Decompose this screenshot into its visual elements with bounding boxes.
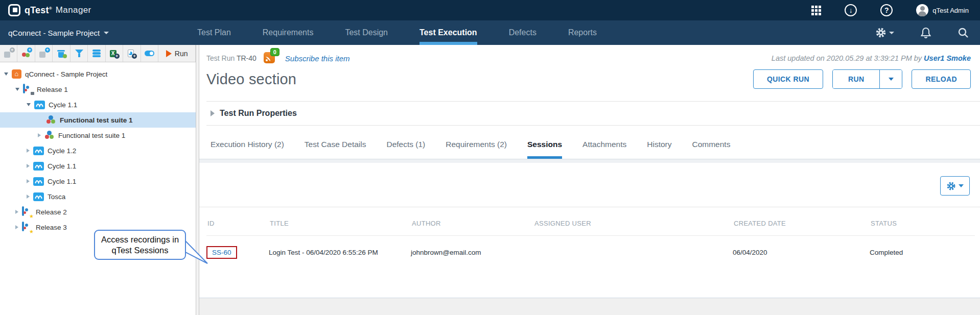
column-header-status[interactable]: STATUS: [870, 220, 975, 227]
tree-toolbar: + + + X+ + Run: [0, 45, 196, 62]
filter-icon[interactable]: [71, 45, 88, 62]
user-menu[interactable]: qTest Admin: [916, 4, 969, 16]
tree-item-release-1[interactable]: Release 1: [0, 82, 196, 97]
run-split-button: RUN: [832, 69, 903, 89]
column-header-created-date[interactable]: CREATED DATE: [733, 220, 870, 227]
table-settings-button[interactable]: [940, 176, 970, 196]
gear-icon: [875, 27, 886, 38]
test-run-properties-toggle[interactable]: Test Run Properties: [206, 101, 980, 126]
session-id-link[interactable]: SS-60: [212, 249, 231, 256]
tree-item-cycle-1-1[interactable]: Cycle 1.1: [0, 97, 196, 112]
chevron-right-icon: [211, 110, 215, 116]
tree-item-cycle-1-1b[interactable]: Cycle 1.1: [0, 158, 196, 174]
last-updated-user-link[interactable]: User1 Smoke: [924, 54, 971, 62]
session-created-date-cell: 06/04/2020: [733, 249, 870, 256]
tree-item-release-2[interactable]: ★ Release 2: [0, 204, 196, 220]
caret-right-icon[interactable]: [27, 195, 30, 199]
run-button[interactable]: RUN: [833, 70, 880, 88]
subscribe-link[interactable]: Subscribe this item: [285, 54, 350, 63]
tab-comments[interactable]: Comments: [692, 140, 730, 159]
tree-item-label: Tosca: [48, 193, 65, 201]
column-header-title[interactable]: TITLE: [269, 220, 411, 227]
tab-defects[interactable]: Defects: [509, 20, 536, 45]
add-release-icon[interactable]: +: [0, 45, 17, 62]
tab-defects[interactable]: Defects (1): [386, 140, 425, 159]
tree-item-cycle-1-2[interactable]: Cycle 1.2: [0, 143, 196, 158]
tree-item-functional-test-suite-1-selected[interactable]: Functional test suite 1: [0, 112, 196, 128]
settings-menu[interactable]: [875, 27, 894, 38]
tree-item-label: Cycle 1.1: [49, 101, 77, 109]
panel-splitter[interactable]: [196, 45, 199, 315]
run-icon: [166, 50, 172, 57]
tree-item-functional-test-suite-1[interactable]: Functional test suite 1: [0, 128, 196, 143]
tab-attachments[interactable]: Attachments: [582, 140, 626, 159]
tab-execution-history[interactable]: Execution History (2): [211, 140, 284, 159]
caret-right-icon[interactable]: [38, 133, 41, 137]
app-switcher-icon[interactable]: [811, 6, 821, 15]
caret-right-icon[interactable]: [15, 210, 18, 214]
column-header-assigned-user[interactable]: ASSIGNED USER: [533, 220, 733, 227]
tab-test-case-details[interactable]: Test Case Details: [305, 140, 366, 159]
caret-down-icon[interactable]: [15, 88, 19, 91]
tree-item-project-root[interactable]: ⌂ qConnect - Sample Project: [0, 66, 196, 82]
last-updated-text: Last updated on 2020.05.29 at 3:39:21 PM…: [772, 54, 971, 62]
run-button[interactable]: Run: [158, 45, 196, 62]
session-author-cell: johnbrown@email.com: [411, 249, 533, 256]
release-icon: [23, 85, 33, 94]
table-row: SS-60 Login Test - 06/04/2020 6:55:26 PM…: [206, 236, 975, 259]
tab-requirements[interactable]: Requirements (2): [446, 140, 507, 159]
tree-item-label: Release 1: [37, 86, 68, 93]
toggle-view-icon[interactable]: [141, 45, 158, 62]
page-title: Video section: [206, 71, 296, 88]
tab-history[interactable]: History: [647, 140, 671, 159]
tab-test-plan[interactable]: Test Plan: [197, 20, 231, 45]
avatar: [916, 4, 928, 16]
help-icon[interactable]: ?: [880, 4, 893, 16]
bottom-status-strip: [199, 298, 980, 315]
caret-right-icon[interactable]: [27, 179, 30, 183]
quick-run-button[interactable]: QUICK RUN: [753, 69, 823, 89]
tab-requirements[interactable]: Requirements: [263, 20, 314, 45]
project-selector[interactable]: qConnect - Sample Project: [8, 20, 161, 45]
add-test-cycle-icon[interactable]: +: [17, 45, 35, 62]
caret-down-icon[interactable]: [4, 72, 8, 76]
test-suite-icon: [44, 131, 55, 140]
cycle-icon: [33, 192, 44, 201]
data-query-icon[interactable]: [88, 45, 105, 62]
release-icon: ★: [22, 207, 32, 216]
column-header-author[interactable]: AUTHOR: [411, 220, 533, 227]
tree-item-cycle-1-1c[interactable]: Cycle 1.1: [0, 174, 196, 189]
add-test-suite-icon[interactable]: +: [35, 45, 53, 62]
tree-item-tosca[interactable]: Tosca: [0, 189, 196, 204]
column-header-id[interactable]: ID: [206, 220, 269, 227]
run-label: Run: [175, 50, 188, 58]
home-icon: ⌂: [12, 69, 21, 79]
tab-test-execution[interactable]: Test Execution: [419, 20, 477, 45]
export-report-icon[interactable]: +: [123, 45, 141, 62]
tab-sessions[interactable]: Sessions: [527, 140, 562, 159]
caret-down-icon[interactable]: [27, 103, 31, 106]
gear-icon: [946, 181, 956, 191]
caret-right-icon[interactable]: [27, 149, 30, 153]
tree-item-label: Functional test suite 1: [58, 132, 125, 139]
qtest-app: qTest® Manager ↓ ? qTest Admin qConnect …: [0, 0, 980, 315]
qtest-logo-icon: [8, 4, 20, 16]
run-dropdown-button[interactable]: [879, 70, 902, 88]
tree-item-label: Release 3: [36, 224, 67, 231]
tree-item-label: qConnect - Sample Project: [25, 70, 107, 78]
caret-right-icon[interactable]: [27, 164, 30, 168]
tab-test-design[interactable]: Test Design: [345, 20, 388, 45]
rss-count-badge: 0: [270, 48, 279, 56]
search-icon[interactable]: [958, 27, 969, 38]
caret-right-icon[interactable]: [15, 225, 18, 229]
user-name: qTest Admin: [932, 7, 969, 14]
delete-icon[interactable]: [53, 45, 70, 62]
chevron-down-icon: [889, 32, 894, 34]
tab-reports[interactable]: Reports: [568, 20, 597, 45]
notifications-bell-icon[interactable]: [921, 27, 931, 38]
reload-button[interactable]: RELOAD: [912, 69, 971, 89]
tree-item-label: Cycle 1.1: [48, 178, 76, 185]
rss-feed-icon[interactable]: 0: [264, 52, 276, 64]
download-icon[interactable]: ↓: [845, 4, 857, 16]
export-excel-icon[interactable]: X+: [106, 45, 123, 62]
